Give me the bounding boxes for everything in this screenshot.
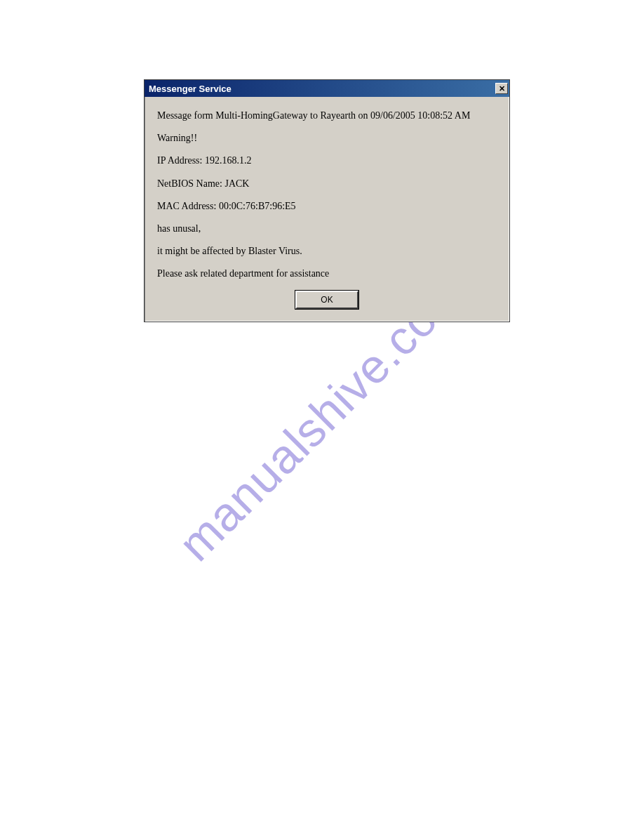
- message-mac: MAC Address: 00:0C:76:B7:96:E5: [157, 200, 497, 213]
- message-virus: it might be affected by Blaster Virus.: [157, 245, 497, 258]
- dialog-title: Messenger Service: [149, 84, 232, 94]
- dialog-titlebar: Messenger Service ✕: [145, 80, 509, 97]
- message-netbios: NetBIOS Name: JACK: [157, 178, 497, 190]
- message-header: Message form Multi-HomingGateway to Raye…: [157, 110, 497, 122]
- ok-button[interactable]: OK: [295, 291, 358, 309]
- message-warning: Warning!!: [157, 132, 497, 145]
- dialog-body: Message form Multi-HomingGateway to Raye…: [145, 97, 509, 322]
- dialog-button-row: OK: [157, 291, 497, 312]
- message-unusual: has unusal,: [157, 223, 497, 235]
- messenger-dialog: Messenger Service ✕ Message form Multi-H…: [144, 79, 510, 322]
- close-icon: ✕: [499, 85, 505, 93]
- close-button[interactable]: ✕: [495, 83, 508, 94]
- message-ip: IP Address: 192.168.1.2: [157, 154, 497, 167]
- message-assistance: Please ask related department for assist…: [157, 267, 497, 280]
